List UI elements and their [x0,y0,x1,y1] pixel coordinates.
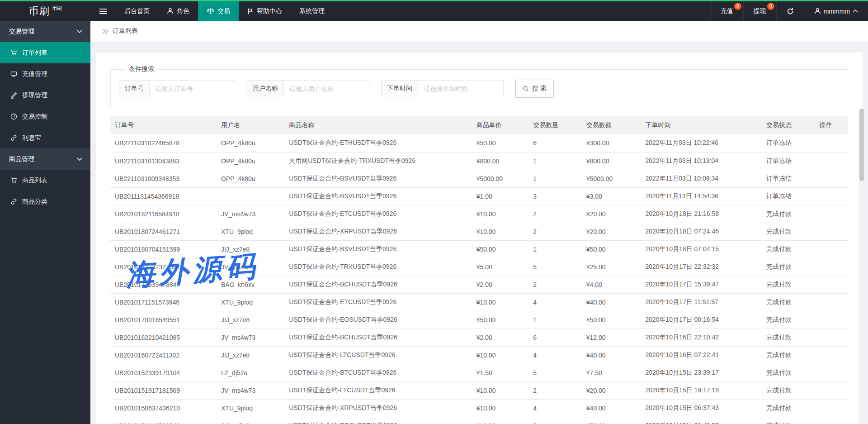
sidebar-toggle-button[interactable] [90,1,116,21]
column-header: 用户名 [217,116,284,134]
hamburger-icon [99,8,107,14]
table-cell: BAG_kh6xv [217,276,284,293]
table-cell [815,240,848,258]
sidebar-section-label: 交易管理 [9,28,34,36]
table-cell: 2022年11月03日 10:09:34 [641,170,762,187]
table-cell: 完成付款 [762,223,815,240]
table-cell [217,187,284,205]
table-cell: ¥300.00 [582,134,641,152]
search-field-order-no: 订单号 [119,80,235,97]
table-cell: 2 [528,223,582,240]
sidebar-item-trade-control[interactable]: 交易控制 [0,106,90,127]
nav-item-trade[interactable]: 交易 [198,1,239,21]
link-icon [10,134,17,141]
column-header: 交易状态 [762,116,815,134]
orders-table-wrap: 订单号用户名商品名称商品单价交易数量交易数额下单时间交易状态操作 UB22110… [110,116,848,424]
user-icon [814,8,821,14]
table-cell [815,364,848,381]
table-cell: UB2010172232327597 [110,258,217,276]
sidebar-item-product-category[interactable]: 商品分类 [0,191,90,212]
search-field-username: 用户名称 [247,80,369,97]
table-cell: ¥7.50 [582,364,641,381]
sidebar-item-product-list[interactable]: 商品列表 [0,170,90,191]
table-cell: 5 [528,417,582,424]
table-cell: USDT保证金合约-BSVUSDT当季0926 [284,240,472,258]
user-name: mmmmm [824,8,850,15]
column-header: 交易数额 [582,116,641,134]
table-cell: ¥40.00 [582,346,641,364]
table-row: UB2011131454366918USDT保证金合约-BSVUSDT当季092… [110,187,848,205]
table-cell: 4 [528,399,582,417]
sidebar-section-label: 商品管理 [9,155,34,163]
sidebar-item-withdraw-manage[interactable]: 提现管理 [0,85,90,106]
table-cell: ¥3.00 [582,187,641,205]
nav-action-recharge[interactable]: 充值0 [710,1,743,21]
table-cell: UB2010162210421085 [110,329,217,346]
column-header: 操作 [815,116,848,134]
nav-item-roles[interactable]: 角色 [158,1,198,21]
nav-action-withdraw[interactable]: 提现0 [743,1,776,21]
column-header: 交易数量 [528,116,582,134]
table-cell: USDT保证金合约-EOSUSDT当季0926 [284,311,472,329]
nav-item-label: 后台首页 [124,7,150,15]
search-button[interactable]: 搜 索 [515,80,554,98]
table-cell: OPP_4k80u [217,152,284,170]
table-cell: ¥20.00 [582,223,641,240]
table-cell: ¥5.00 [472,258,529,276]
table-cell: USDT保证金合约-LTCUSDT当季0926 [284,381,472,399]
table-cell: ¥5000.00 [582,170,641,187]
table-cell: USDT保证金合约-EOSUSDT当季0926 [284,417,472,424]
table-cell: XTU_9ploq [217,399,284,417]
sidebar-section-product-manage[interactable]: 商品管理 [0,148,90,170]
table-row: UB2010180724461271XTU_9ploqUSDT保证金合约-XRP… [110,223,848,240]
table-cell: UB2211031022465878 [110,134,217,152]
table-cell [815,399,848,417]
table-cell: 完成付款 [762,311,815,329]
user-menu[interactable]: mmmmm [804,1,868,21]
table-cell: 完成付款 [762,258,815,276]
search-input-username[interactable] [284,81,369,97]
table-cell: 4 [528,346,582,364]
flag-icon [247,8,254,14]
search-input-order-time[interactable] [418,81,503,97]
table-cell [815,258,848,276]
sidebar-item-recharge-manage[interactable]: 充值管理 [0,63,90,85]
nav-item-help[interactable]: 帮助中心 [239,1,291,21]
nav-item-system[interactable]: 系统管理 [291,1,333,21]
table-cell: 6 [528,329,582,346]
table-cell: 完成付款 [762,293,815,311]
breadcrumb-current: 订单列表 [113,27,138,35]
sidebar-item-label: 商品分类 [22,198,47,206]
table-cell: JIJ_xz7e8 [217,346,284,364]
nav-action-label: 提现 [754,7,766,15]
table-cell: ¥2.00 [472,276,529,293]
refresh-button[interactable] [776,1,804,21]
table-cell: 完成付款 [762,240,815,258]
search-field-order-time: 下单时间 [381,80,504,97]
search-input-order-no[interactable] [150,81,235,97]
table-cell: 2 [528,205,582,223]
scrollbar-track[interactable] [859,109,864,424]
table-row: UB2010151917181569JV_ms4w73USDT保证金合约-LTC… [110,381,848,399]
sidebar-item-order-list[interactable]: 订单列表 [0,42,90,63]
table-row: UB2010180704151599JIJ_xz7e8USDT保证金合约-BSV… [110,240,848,258]
sidebar-item-lixibao[interactable]: 利息宝 [0,127,90,148]
table-cell: USDT保证金合约-ETCUSDT当季0926 [284,205,472,223]
scrollbar-thumb[interactable] [859,109,864,181]
table-cell: UB2010180724461271 [110,223,217,240]
table-cell: OPP_4k80u [217,134,284,152]
scales-icon [207,8,214,14]
table-cell [815,152,848,170]
table-cell [815,223,848,240]
app-logo[interactable]: 币刷 币刷 [0,1,90,21]
content-card: 条件搜索 订单号用户名称下单时间 搜 索 订单号用户名商品名称商品单价交易数量交… [96,52,863,424]
table-cell: LZ_dj52a [217,364,284,381]
table-cell: ¥20.00 [582,205,641,223]
table-cell: USDT保证金合约-LTCUSDT当季0926 [284,346,472,364]
chevron-down-icon [77,157,82,161]
nav-item-home[interactable]: 后台首页 [116,1,158,21]
table-cell: USDT保证金合约-BSVUSDT当季0926 [284,170,472,187]
gavel-icon [10,92,17,99]
table-cell: ¥2.00 [472,329,529,346]
sidebar-section-trade-manage[interactable]: 交易管理 [0,21,90,42]
